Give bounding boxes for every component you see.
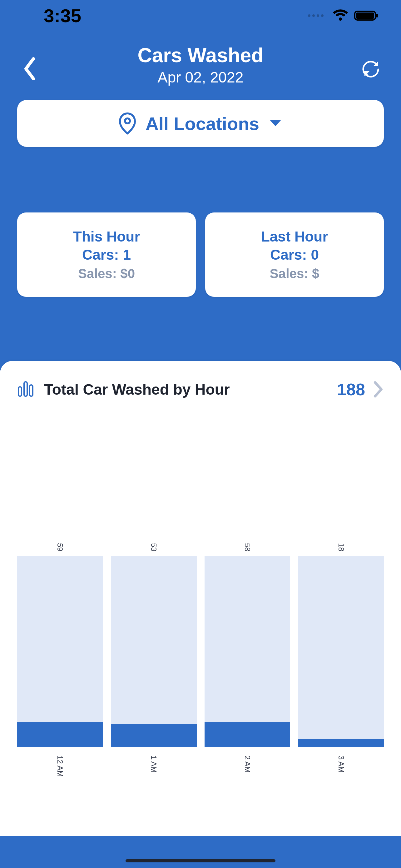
bar-value-label: 18	[337, 543, 345, 552]
svg-rect-1	[356, 12, 374, 19]
bar-track	[298, 556, 384, 747]
last-hour-title: Last Hour	[261, 228, 328, 245]
svg-rect-4	[19, 387, 22, 396]
bar-category-label: 2 AM	[243, 755, 252, 787]
bar-chart-icon	[17, 380, 36, 398]
svg-rect-5	[24, 382, 27, 396]
bar-fill	[17, 722, 103, 747]
svg-point-3	[125, 118, 130, 123]
chart-bars[interactable]: 5912 AM531 AM582 AM183 AM	[17, 543, 384, 787]
svg-rect-6	[30, 385, 33, 396]
bar-track	[17, 556, 103, 747]
chart-header[interactable]: Total Car Washed by Hour 188	[17, 380, 384, 399]
chevron-down-icon	[269, 119, 282, 128]
bar-value-label: 59	[56, 543, 64, 552]
back-button[interactable]	[17, 50, 42, 88]
page-date: Apr 02, 2022	[0, 69, 401, 86]
bar-category-label: 12 AM	[56, 755, 64, 787]
chevron-right-icon	[373, 380, 384, 398]
cellular-dots-icon	[308, 14, 324, 17]
bar-fill	[111, 724, 197, 747]
bar-category-label: 3 AM	[337, 755, 345, 787]
bar-slot[interactable]: 5912 AM	[17, 543, 103, 787]
bar-fill	[298, 739, 384, 747]
chevron-left-icon	[23, 56, 37, 81]
location-label: All Locations	[145, 113, 259, 134]
location-selector[interactable]: All Locations	[17, 100, 384, 147]
this-hour-title: This Hour	[73, 228, 140, 245]
bottom-safe-area	[0, 840, 401, 868]
bar-value-label: 53	[149, 543, 158, 552]
refresh-icon	[361, 59, 381, 79]
bar-category-label: 1 AM	[149, 755, 158, 787]
bar-track	[205, 556, 291, 747]
this-hour-cars: Cars: 1	[82, 246, 131, 263]
status-time: 3:35	[44, 5, 81, 27]
status-icons	[308, 9, 379, 22]
last-hour-card[interactable]: Last Hour Cars: 0 Sales: $	[205, 213, 384, 297]
bar-slot[interactable]: 582 AM	[205, 543, 291, 787]
chart-panel: Total Car Washed by Hour 188 5912 AM531 …	[0, 361, 401, 836]
bar-track	[111, 556, 197, 747]
nav-bar: Cars Washed Apr 02, 2022	[0, 31, 401, 94]
refresh-button[interactable]	[359, 50, 384, 88]
divider	[17, 418, 384, 418]
this-hour-card[interactable]: This Hour Cars: 1 Sales: $0	[17, 213, 196, 297]
last-hour-cars: Cars: 0	[270, 246, 319, 263]
chart-title: Total Car Washed by Hour	[44, 381, 329, 398]
wifi-icon	[332, 9, 348, 22]
home-indicator[interactable]	[126, 859, 275, 862]
page-title: Cars Washed	[0, 44, 401, 67]
battery-icon	[354, 9, 379, 22]
status-bar: 3:35	[0, 0, 401, 31]
bar-slot[interactable]: 183 AM	[298, 543, 384, 787]
last-hour-sales: Sales: $	[270, 266, 320, 281]
chart-total: 188	[337, 380, 365, 399]
location-pin-icon	[119, 112, 136, 135]
svg-rect-2	[376, 14, 378, 18]
bar-slot[interactable]: 531 AM	[111, 543, 197, 787]
bar-fill	[205, 722, 291, 747]
bar-value-label: 58	[243, 543, 252, 552]
this-hour-sales: Sales: $0	[78, 266, 135, 281]
